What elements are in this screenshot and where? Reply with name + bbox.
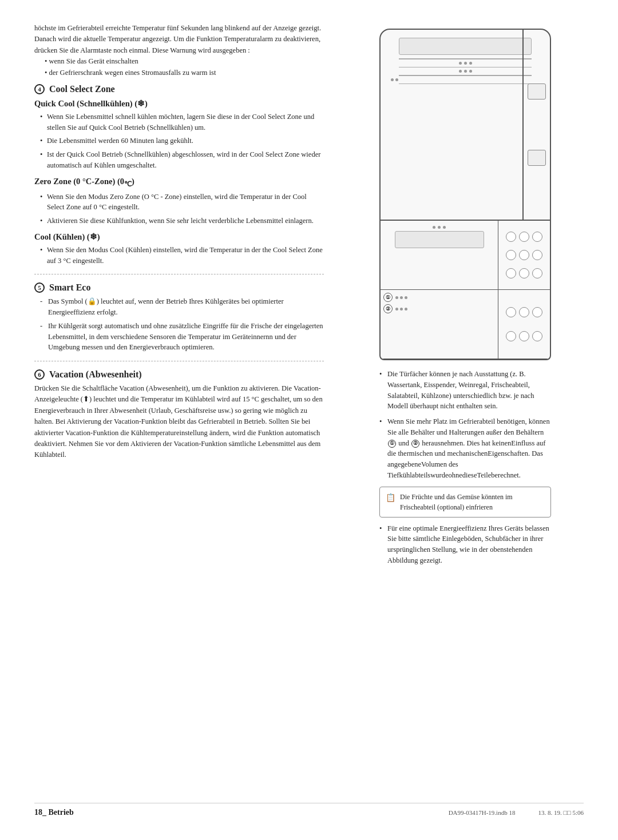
inline-circle-2: ② [411, 440, 419, 448]
note-icon: 📋 [386, 492, 395, 504]
dot2 [464, 62, 467, 65]
sdot2 [395, 78, 398, 81]
circle-row-1 [506, 232, 542, 242]
circle-btn-5 [519, 250, 529, 260]
mid-dots-1 [395, 296, 407, 299]
quick-cool-bullet-1: Wenn Sie Lebensmittel schnell kühlen möc… [40, 112, 324, 133]
shelf-line-2 [399, 67, 531, 68]
note-box: 📋 Die Früchte und das Gemüse könnten im … [379, 487, 551, 517]
smart-eco-dash-1: Das Symbol (🔒) leuchtet auf, wenn der Be… [40, 296, 324, 318]
section6-title-text: Vacation (Abwesenheit) [49, 369, 142, 380]
circle-btn-1 [506, 232, 516, 242]
inline-circle-1: ① [388, 440, 396, 448]
md4 [395, 308, 398, 310]
divider1 [34, 274, 324, 274]
circle-row-2 [506, 250, 542, 260]
zero-zone-bullet-1: Wenn Sie den Modus Zero Zone (O °C - Zon… [40, 192, 324, 213]
bd1 [433, 226, 435, 229]
cool-kuhlen-bullet-1: Wenn Sie den Modus Cool (Kühlen) einstel… [40, 245, 324, 266]
dots-row-1 [387, 62, 543, 65]
left-column: höchste im Gefrierabteil erreichte Tempe… [34, 23, 330, 791]
zero-zone-title: Zero Zone (0 °C-Zone) (0℃) [34, 177, 324, 189]
right-bullet-2: Wenn Sie mehr Platz im Gefrierabteil ben… [379, 416, 551, 481]
intro-section: höchste im Gefrierabteil erreichte Tempe… [34, 23, 324, 78]
right-bullet-1: Die Türfächer können je nach Ausstattung… [379, 369, 551, 412]
section6-body: Drücken Sie die Schaltfläche Vacation (A… [34, 383, 324, 461]
sdot1 [391, 78, 394, 81]
dot6 [469, 70, 472, 73]
dot1 [459, 62, 462, 65]
quick-cool-bullet-3: Ist der Quick Cool Betrieb (Schnellkühle… [40, 149, 324, 171]
bottom-middle: ① ② [381, 290, 550, 359]
cool-kuhlen-bullets: Wenn Sie den Modus Cool (Kühlen) einstel… [40, 245, 324, 266]
shelf-line-4 [399, 83, 531, 85]
smart-eco-dashes: Das Symbol (🔒) leuchtet auf, wenn der Be… [40, 296, 324, 353]
quick-cool-title: Quick Cool (Schnellkühlen) (❄︎) [34, 99, 324, 109]
dots-row-2 [387, 70, 543, 73]
intro-bullets: wenn Sie das Gerät einschalten der Gefri… [45, 56, 324, 78]
note-text: Die Früchte und das Gemüse könnten im Fr… [400, 492, 545, 512]
bottom-mid-right [498, 290, 550, 359]
section4-number: 4 [34, 84, 45, 94]
item-number-2: ② [383, 304, 393, 313]
bottom-top-right [498, 221, 550, 289]
section-smart-eco: 5 Smart Eco Das Symbol (🔒) leuchtet auf,… [34, 282, 324, 353]
door-slot-1 [528, 83, 546, 99]
circle-btn-9 [532, 268, 542, 278]
dot5 [464, 70, 467, 73]
circle-btn-10 [506, 307, 516, 317]
bottom-shelf-item [395, 231, 484, 248]
page-number: 18_ Betrieb [34, 808, 74, 817]
dot3 [469, 62, 472, 65]
fridge-bottom-section: ① ② [381, 221, 550, 359]
bottom-dots-1 [383, 226, 495, 229]
section4-title: 4 Cool Select Zone [34, 84, 324, 94]
footer: 18_ Betrieb DA99-03417H-19.indb 18 13. 8… [34, 803, 584, 817]
md2 [400, 296, 403, 299]
section6-number: 6 [34, 369, 45, 380]
zero-zone-bullets: Wenn Sie den Modus Zero Zone (O °C - Zon… [40, 192, 324, 226]
fridge-top-section [381, 30, 550, 221]
section4-title-text: Cool Select Zone [49, 84, 115, 94]
md6 [405, 308, 407, 310]
right-last-bullet-list: Für eine optimale Energieeffizienz Ihres… [379, 523, 551, 566]
section-vacation: 6 Vacation (Abwesenheit) Drücken Sie die… [34, 369, 324, 461]
smart-eco-dash-2: Ihr Kühlgerät sorgt automatisch und ohne… [40, 321, 324, 353]
numbered-item-1: ① [383, 293, 495, 302]
circle-btn-6 [532, 250, 542, 260]
intro-bullet-2: der Gefrierschrank wegen eines Stromausf… [45, 67, 324, 78]
bd3 [443, 226, 446, 229]
circle-btn-8 [519, 268, 529, 278]
circle-row-3 [506, 268, 542, 278]
quick-cool-title-text: Quick Cool (Schnellkühlen) (❄︎) [34, 99, 148, 109]
right-bullets: Die Türfächer können je nach Ausstattung… [379, 369, 551, 481]
circle-btn-2 [519, 232, 529, 242]
footer-left: DA99-03417H-19.indb 18 [449, 809, 516, 816]
right-column: ① ② [347, 23, 584, 791]
quick-cool-bullets: Wenn Sie Lebensmittel schnell kühlen möc… [40, 112, 324, 171]
zero-zone-bullet-2: Aktivieren Sie diese Kühlfunktion, wenn … [40, 216, 324, 226]
circle-btn-13 [506, 331, 516, 341]
quick-cool-bullet-2: Die Lebensmittel werden 60 Minuten lang … [40, 136, 324, 146]
bd2 [438, 226, 441, 229]
footer-right: 13. 8. 19. □□ 5:06 [538, 809, 584, 816]
dot4 [459, 70, 462, 73]
divider2 [34, 361, 324, 361]
md3 [405, 296, 407, 299]
bottom-top-left [381, 221, 498, 289]
md5 [400, 308, 403, 310]
fridge-body: ① ② [379, 29, 551, 360]
circle-btn-15 [532, 331, 542, 341]
circle-btn-4 [506, 250, 516, 260]
bottom-mid-left: ① ② [381, 290, 498, 359]
circle-btn-7 [506, 268, 516, 278]
md1 [395, 296, 398, 299]
shelf-line-3 [399, 75, 531, 76]
circle-btn-3 [532, 232, 542, 242]
circle-btn-14 [519, 331, 529, 341]
fridge-door-panel-top [522, 30, 550, 220]
footer-info: DA99-03417H-19.indb 18 13. 8. 19. □□ 5:0… [449, 809, 584, 816]
fridge-shelf-1 [399, 38, 531, 55]
right-last-bullet: Für eine optimale Energieeffizienz Ihres… [379, 523, 551, 566]
small-dots-row [391, 78, 540, 81]
